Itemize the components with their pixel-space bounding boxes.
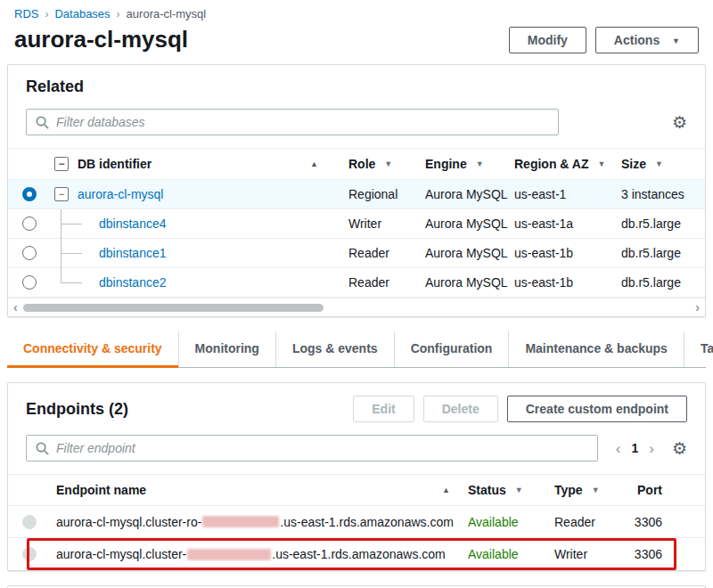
type-value: Reader xyxy=(549,515,623,529)
table-row[interactable]: dbinstance4 Writer Aurora MySQL us-east-… xyxy=(8,209,705,239)
type-value: Writer xyxy=(549,547,623,561)
page-previous-icon[interactable]: ‹ xyxy=(616,441,621,456)
breadcrumb-separator-icon: › xyxy=(45,8,48,20)
endpoint-name-suffix: .us-east-1.rds.amazonaws.com xyxy=(272,547,446,561)
role-value: Reader xyxy=(343,246,420,260)
col-size-label: Size xyxy=(621,157,646,171)
endpoints-panel: Endpoints (2) Edit Delete Create custom … xyxy=(7,382,706,571)
row-radio[interactable] xyxy=(22,547,37,561)
db-identifier-link[interactable]: dbinstance4 xyxy=(99,216,167,231)
role-value: Reader xyxy=(343,275,420,290)
tree-connector xyxy=(54,209,90,239)
region-az-value: us-east-1b xyxy=(509,275,616,290)
breadcrumb-databases[interactable]: Databases xyxy=(54,7,110,20)
region-az-value: us-east-1b xyxy=(509,246,616,260)
table-row[interactable]: − aurora-cl-mysql Regional Aurora MySQL … xyxy=(8,180,705,209)
col-status-label: Status xyxy=(468,483,506,497)
scroll-left-icon[interactable]: ‹ xyxy=(13,301,18,314)
col-endpoint-name[interactable]: Endpoint name ▲ xyxy=(51,483,463,497)
col-port[interactable]: Port xyxy=(623,483,705,497)
modify-button[interactable]: Modify xyxy=(509,27,586,53)
col-db-identifier[interactable]: − DB identifier ▲ xyxy=(40,157,343,171)
redacted-text xyxy=(202,516,279,527)
related-filter-input[interactable] xyxy=(56,115,549,129)
engine-value: Aurora MySQL xyxy=(420,187,509,201)
col-status[interactable]: Status ▼ xyxy=(463,483,549,497)
edit-button[interactable]: Edit xyxy=(353,396,414,422)
col-region-az[interactable]: Region & AZ ▼ xyxy=(509,157,616,171)
search-icon xyxy=(36,442,49,455)
page-header: aurora-cl-mysql Modify Actions ▼ xyxy=(0,26,713,64)
endpoints-settings-gear-icon[interactable]: ⚙ xyxy=(672,440,687,457)
tab-tags[interactable]: Tags xyxy=(684,331,713,367)
filter-caret-icon[interactable]: ▼ xyxy=(655,159,663,168)
engine-value: Aurora MySQL xyxy=(420,246,509,260)
pagination: ‹ 1 › xyxy=(612,441,658,456)
tab-maintenance-backups[interactable]: Maintenance & backups xyxy=(509,331,684,367)
row-radio-selected[interactable] xyxy=(22,187,37,201)
scrollbar-thumb[interactable] xyxy=(23,304,324,312)
collapse-all-toggle[interactable]: − xyxy=(54,157,69,171)
status-badge: Available xyxy=(463,547,549,561)
col-type[interactable]: Type ▼ xyxy=(549,483,623,497)
endpoints-table-header: Endpoint name ▲ Status ▼ Type ▼ Port xyxy=(8,474,705,506)
db-identifier-link[interactable]: dbinstance1 xyxy=(99,246,167,260)
col-type-label: Type xyxy=(554,483,583,497)
col-port-label: Port xyxy=(637,483,662,497)
page-number[interactable]: 1 xyxy=(631,441,638,455)
tab-connectivity-security[interactable]: Connectivity & security xyxy=(7,331,179,367)
breadcrumb-current: aurora-cl-mysql xyxy=(127,7,207,20)
status-badge: Available xyxy=(463,515,549,529)
col-size[interactable]: Size ▼ xyxy=(616,157,705,171)
size-value: db.r5.large xyxy=(616,275,705,290)
filter-caret-icon[interactable]: ▼ xyxy=(476,159,484,168)
table-row[interactable]: aurora-cl-mysql.cluster-ro- .us-east-1.r… xyxy=(8,506,705,538)
endpoints-title-text: Endpoints xyxy=(26,400,104,418)
related-title: Related xyxy=(26,78,84,96)
db-identifier-link[interactable]: aurora-cl-mysql xyxy=(78,187,163,201)
scroll-right-icon[interactable]: › xyxy=(695,301,700,314)
redacted-text xyxy=(187,549,271,560)
endpoint-filter-box xyxy=(26,435,598,461)
size-value: db.r5.large xyxy=(616,216,705,231)
horizontal-scrollbar[interactable]: ‹ › xyxy=(8,298,705,316)
endpoint-name-prefix: aurora-cl-mysql.cluster- xyxy=(56,547,186,561)
filter-caret-icon[interactable]: ▼ xyxy=(384,159,392,168)
row-collapse-toggle[interactable]: − xyxy=(54,187,69,201)
table-row[interactable]: dbinstance1 Reader Aurora MySQL us-east-… xyxy=(8,239,705,268)
table-row[interactable]: aurora-cl-mysql.cluster- .us-east-1.rds.… xyxy=(8,538,705,570)
scrollbar-track[interactable] xyxy=(23,304,691,312)
filter-caret-icon[interactable]: ▼ xyxy=(592,486,600,494)
caret-down-icon: ▼ xyxy=(672,37,680,45)
sort-asc-icon[interactable]: ▲ xyxy=(442,486,450,494)
filter-caret-icon[interactable]: ▼ xyxy=(515,486,523,494)
size-value: 3 instances xyxy=(616,187,705,201)
col-endpoint-name-label: Endpoint name xyxy=(56,483,146,497)
row-radio[interactable] xyxy=(22,216,37,231)
actions-button[interactable]: Actions ▼ xyxy=(595,27,699,53)
delete-button[interactable]: Delete xyxy=(423,396,498,422)
col-role-label: Role xyxy=(348,157,375,171)
row-radio[interactable] xyxy=(22,246,37,260)
filter-caret-icon[interactable]: ▼ xyxy=(597,159,605,168)
tab-configuration[interactable]: Configuration xyxy=(395,331,510,367)
endpoint-filter-input[interactable] xyxy=(56,441,588,455)
row-radio[interactable] xyxy=(22,275,37,290)
col-engine[interactable]: Engine ▼ xyxy=(420,157,509,171)
page-next-icon[interactable]: › xyxy=(649,441,654,456)
related-settings-gear-icon[interactable]: ⚙ xyxy=(672,114,687,131)
region-az-value: us-east-1 xyxy=(509,187,616,201)
create-custom-endpoint-button[interactable]: Create custom endpoint xyxy=(507,396,687,422)
related-table-header: − DB identifier ▲ Role ▼ Engine ▼ Region… xyxy=(8,148,705,180)
col-role[interactable]: Role ▼ xyxy=(343,157,420,171)
tree-connector xyxy=(54,239,90,268)
tab-monitoring[interactable]: Monitoring xyxy=(179,331,276,367)
table-row[interactable]: dbinstance2 Reader Aurora MySQL us-east-… xyxy=(8,268,705,298)
region-az-value: us-east-1a xyxy=(509,216,616,231)
db-identifier-link[interactable]: dbinstance2 xyxy=(99,275,167,290)
sort-asc-icon[interactable]: ▲ xyxy=(310,159,318,168)
row-radio[interactable] xyxy=(22,515,37,529)
tab-logs-events[interactable]: Logs & events xyxy=(276,331,395,367)
breadcrumb-rds[interactable]: RDS xyxy=(14,7,38,20)
detail-tabs: Connectivity & security Monitoring Logs … xyxy=(7,331,706,368)
